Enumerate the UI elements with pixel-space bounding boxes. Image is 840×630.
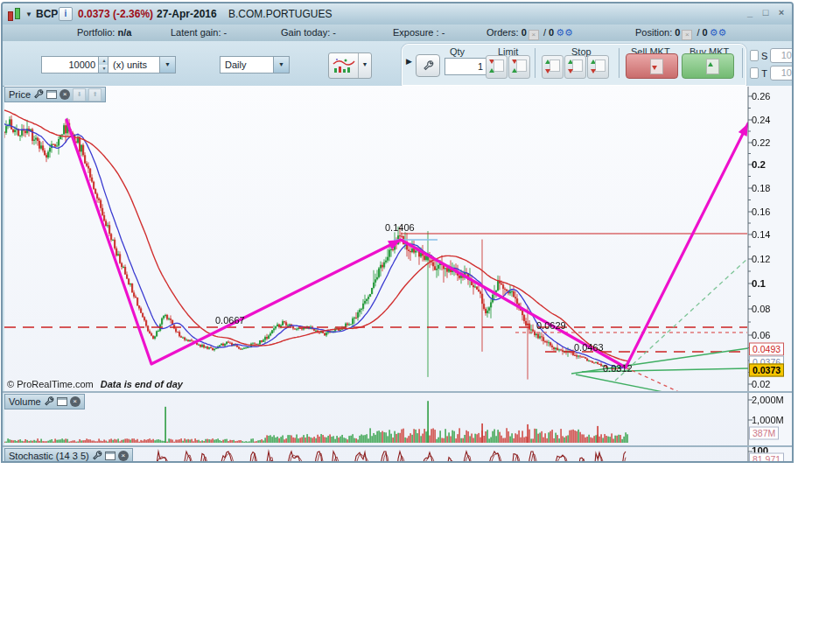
maximize-button[interactable]: □	[760, 8, 771, 18]
portfolio-stat: Portfolio: n/a	[77, 27, 131, 38]
close-panel-icon[interactable]: ×	[70, 396, 80, 407]
quote-date: 27-Apr-2016	[157, 8, 217, 20]
title-bar: ▼ BCP i 0.0373 (-2.36%) 27-Apr-2016 B.CO…	[3, 4, 792, 25]
detach-window-icon[interactable]	[46, 90, 57, 99]
move-down-icon[interactable]: ⬇	[73, 88, 86, 102]
candlestick-logo-icon	[7, 7, 23, 20]
price-panel-header: Price × ⬇ ⬆	[4, 87, 106, 102]
last-price: 0.0373	[78, 8, 110, 20]
timeframe-dropdown[interactable]: Daily▼	[220, 56, 290, 74]
stop-points-input[interactable]: 10	[770, 48, 794, 63]
main-toolbar: 10000 ▲▼ (x) units▼ Daily▼ ▼ ▶	[3, 41, 792, 87]
orders-cancel-icon[interactable]: ×	[528, 30, 539, 40]
separator	[742, 48, 743, 78]
units-dropdown[interactable]: (x) units▼	[108, 56, 176, 74]
quantity-input[interactable]: 10000	[41, 56, 99, 74]
stop-checkbox[interactable]	[750, 50, 759, 61]
stop-buy-order-button[interactable]	[564, 55, 586, 79]
stop-take-column: S10 T10	[750, 48, 794, 83]
latent-gain-stat: Latent gain: -	[171, 27, 227, 38]
last-price-and-change: 0.0373 (-2.36%)	[78, 8, 153, 20]
move-up-icon[interactable]: ⬆	[88, 88, 102, 102]
copyright-text: © ProRealTime.com	[7, 379, 94, 389]
instrument-name: B.COM.PORTUGUES	[228, 8, 332, 20]
chevron-down-icon: ▼	[159, 57, 175, 73]
price-axis-background[interactable]	[748, 86, 794, 463]
take-points-input[interactable]: 10	[770, 66, 794, 80]
stochastic-panel-header: Stochastic (14 3 5) ×	[4, 448, 133, 463]
chart-style-icon	[329, 53, 358, 78]
window-controls: _ □ ×	[745, 8, 787, 18]
qty-label: Qty	[450, 46, 465, 57]
wrench-icon[interactable]	[33, 89, 44, 100]
separator	[619, 48, 620, 78]
order-settings-button[interactable]	[416, 54, 440, 77]
chevron-down-icon: ▼	[273, 57, 289, 73]
detach-window-icon[interactable]	[105, 452, 116, 460]
limit-buy-order-button[interactable]	[508, 55, 530, 79]
separator	[535, 48, 536, 78]
wrench-icon[interactable]	[44, 396, 54, 407]
gain-today-stat: Gain today: -	[281, 27, 336, 38]
desktop: ▼ BCP i 0.0373 (-2.36%) 27-Apr-2016 B.CO…	[0, 0, 840, 630]
qty-input[interactable]: 1	[444, 58, 486, 75]
price-panel-title: Price	[9, 89, 31, 100]
chevron-down-icon: ▼	[358, 53, 371, 78]
watermark: © ProRealTime.comData is end of day	[7, 379, 183, 389]
position-settings-icon[interactable]: ⚙⚙	[710, 27, 727, 38]
detach-window-icon[interactable]	[57, 397, 67, 406]
position-close-icon[interactable]: ×	[682, 30, 692, 40]
wrench-icon	[423, 60, 434, 72]
t-label: T	[761, 68, 767, 79]
account-stats-bar: Portfolio: n/a Latent gain: - Gain today…	[3, 24, 792, 42]
buy-arrow-icon	[708, 62, 713, 66]
close-button[interactable]: ×	[776, 8, 787, 18]
orders-stat: Orders: 0× / 0⚙⚙	[486, 27, 573, 40]
chart-style-button[interactable]: ▼	[328, 52, 372, 79]
volume-panel-header: Volume ×	[4, 394, 85, 410]
sell-market-button[interactable]	[626, 53, 678, 79]
price-volume-separator[interactable]	[3, 391, 794, 393]
app-window: ▼ BCP i 0.0373 (-2.36%) 27-Apr-2016 B.CO…	[1, 2, 794, 463]
exposure-stat: Exposure : -	[393, 27, 444, 38]
stop-sell-order-button[interactable]	[542, 55, 564, 79]
expand-trading-icon[interactable]: ▶	[406, 57, 412, 66]
volume-stochastic-separator[interactable]	[3, 445, 794, 447]
symbol-dropdown-arrow-icon[interactable]: ▼	[25, 10, 32, 18]
minimize-button[interactable]: _	[745, 8, 755, 18]
close-panel-icon[interactable]: ×	[60, 89, 70, 100]
buy-market-button[interactable]	[682, 53, 734, 79]
data-note-text: Data is end of day	[101, 379, 183, 389]
sell-arrow-icon	[652, 66, 657, 70]
quantity-stepper[interactable]: 10000 ▲▼	[41, 56, 110, 74]
limit-sell-order-button[interactable]	[486, 55, 508, 79]
symbol-label[interactable]: BCP	[36, 8, 58, 20]
stochastic-panel-title: Stochastic (14 3 5)	[9, 451, 89, 461]
orders-settings-icon[interactable]: ⚙⚙	[556, 27, 573, 38]
chart-plot-background[interactable]	[4, 86, 748, 463]
s-label: S	[761, 51, 767, 61]
wrench-icon[interactable]	[92, 451, 102, 461]
position-stat: Position: 0× / 0⚙⚙	[635, 27, 726, 40]
price-change: (-2.36%)	[113, 8, 153, 20]
volume-panel-title: Volume	[9, 396, 41, 407]
close-panel-icon[interactable]: ×	[118, 451, 129, 461]
info-button[interactable]: i	[59, 7, 73, 21]
stop-trailing-order-button[interactable]	[587, 55, 609, 79]
take-checkbox[interactable]	[750, 67, 759, 79]
